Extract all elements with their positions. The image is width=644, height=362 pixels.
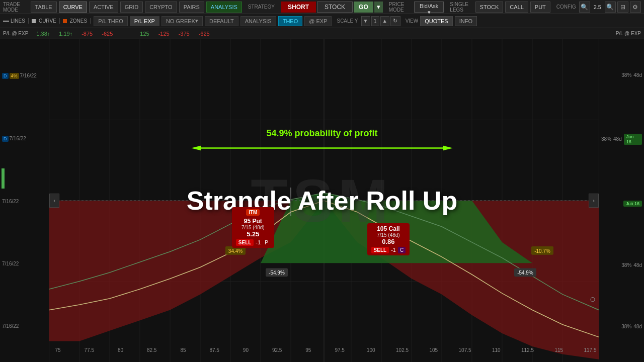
strategy-dropdown-button[interactable]: ▾ (374, 2, 383, 13)
single-legs-label: SINGLE LEGS (450, 2, 473, 13)
filter-icon[interactable]: ⊟ (617, 2, 628, 13)
x-label-115: 115 (551, 347, 567, 353)
x-label-92.5: 92.5 (270, 347, 285, 353)
x-label-77.5: 77.5 (82, 347, 97, 353)
x-label-82.5: 82.5 (144, 347, 159, 353)
legs-stock-button[interactable]: STOCK (475, 2, 504, 13)
right-item-3: Jun 16 (599, 200, 644, 208)
x-axis: 75 77.5 80 82.5 85 87.5 90 92.5 95 97.5 … (49, 347, 599, 353)
scale-value: 1 (371, 16, 379, 26)
pl-theo-tab[interactable]: P/L THEO (94, 16, 128, 26)
date-item-5: 7/16/22 (0, 322, 49, 330)
at-exp-tab[interactable]: @ EXP (304, 16, 332, 26)
default-tab[interactable]: DEFAULT (205, 16, 238, 26)
tab-pairs[interactable]: PAIRS (179, 2, 204, 13)
tab-crypto[interactable]: CRYPTO (145, 2, 177, 13)
strategy-short-button[interactable]: SHORT (281, 2, 316, 13)
strategy-section: SHORT STOCK GO ▾ (281, 2, 383, 13)
pl-exp-right-label: P/L @ EXP (613, 31, 644, 36)
legs-call-button[interactable]: CALL (505, 2, 528, 13)
call-card-footer: SELL -1 C (371, 247, 406, 253)
x-label-102.5: 102.5 (395, 347, 410, 353)
call-expiry: 7/15 (48d) (371, 232, 406, 238)
chart-area: TSM Strangle After Roll Up D 4% 7/16/22 … (0, 39, 644, 362)
scale-down-button[interactable]: ▼ (361, 16, 370, 26)
x-label-100: 100 (363, 347, 378, 353)
put-sell-label[interactable]: SELL (236, 239, 254, 246)
put-card-footer: SELL -1 P (236, 239, 270, 246)
itm-badge: ITM (246, 209, 260, 216)
call-option-card: 105 Call 7/15 (48d) 0.86 SELL -1 C (367, 223, 410, 255)
x-label-80: 80 (113, 347, 128, 353)
scale-controls: ▼ 1 ▲ ↻ (361, 16, 400, 26)
put-price: 5.25 (236, 230, 270, 238)
theo-tab[interactable]: THEO (278, 16, 303, 26)
strategy-stock-button[interactable]: STOCK (317, 2, 353, 13)
x-label-110: 110 (489, 347, 504, 353)
x-label-90: 90 (238, 347, 253, 353)
put-qty: -1 (256, 239, 261, 245)
nav-right-arrow[interactable]: › (589, 194, 599, 208)
x-label-75: 75 (50, 347, 65, 353)
price-mode-label: PRICE MODE (389, 2, 411, 13)
scale-up-button[interactable]: ▲ (380, 16, 389, 26)
pl-val-10: -625 (199, 31, 210, 37)
call-qty: -1 (391, 247, 396, 253)
x-label-107.5: 107.5 (457, 347, 472, 353)
pl-val-3: -875 (82, 31, 93, 37)
refresh-button[interactable]: ↻ (390, 16, 400, 26)
view-info-button[interactable]: INFO (455, 16, 477, 26)
tab-table[interactable]: TABLE (31, 2, 57, 13)
no-greek-tab[interactable]: NO GREEK ▾ (162, 16, 203, 26)
tab-analysis[interactable]: ANALYSIS (206, 2, 242, 13)
date-labels: D 4% 7/16/22 D 7/16/22 7/16/22 7/16/22 7… (0, 39, 49, 362)
call-strike: 105 Call (371, 225, 406, 232)
tab-active[interactable]: ACTIVE (89, 2, 118, 13)
tab-grid[interactable]: GRID (120, 2, 143, 13)
pl-val-1: 1.38↑ (36, 31, 50, 37)
pl-val-4: -625 (102, 31, 113, 37)
config-controls: 🔍 2.5 🔍 ⊟ ⚙ (579, 2, 641, 13)
call-sell-label[interactable]: SELL (371, 247, 389, 253)
scale-y-label: SCALE Y (337, 18, 358, 24)
svg-text:-54.9%: -54.9% (269, 270, 285, 276)
date-item-4: 7/16/22 (0, 260, 49, 267)
svg-text:34.4%: 34.4% (228, 248, 243, 253)
go-button[interactable]: GO (354, 2, 373, 13)
green-indicator (2, 168, 5, 189)
zoom-out-icon[interactable]: 🔍 (605, 2, 616, 13)
call-price: 0.86 (371, 238, 406, 245)
zones-section-label: ZONES (63, 18, 91, 24)
curve-section-label: CURVE (32, 18, 60, 24)
put-type-badge: P (263, 239, 270, 246)
svg-text:-54.9%: -54.9% (517, 270, 533, 276)
call-type-badge: C (398, 247, 406, 253)
top-bar: TRADE MODE TABLE CURVE ACTIVE GRID CRYPT… (0, 0, 644, 14)
x-label-97.5: 97.5 (332, 347, 347, 353)
lines-icon (3, 21, 9, 22)
zones-dot-icon (63, 19, 67, 23)
analysis-tab[interactable]: ANALYSIS (240, 16, 276, 26)
nav-left-arrow[interactable]: ‹ (49, 194, 59, 208)
trade-mode-label: TRADE MODE (3, 2, 27, 13)
zoom-in-icon[interactable]: 🔍 (579, 2, 590, 13)
right-item-2: 38% 48d Jun 16 (599, 133, 644, 146)
zoom-value: 2.5 (592, 4, 603, 10)
chart-svg: 34.4% -54.9% -10.7% -54.9% (49, 39, 599, 362)
put-strike: 95 Put (236, 218, 270, 225)
pl-val-2: 1.19↑ (59, 31, 72, 37)
tab-curve[interactable]: CURVE (59, 2, 87, 13)
bid-ask-button[interactable]: Bid/Ask ▾ (414, 2, 444, 13)
second-bar: LINES CURVE ZONES P/L THEO P/L EXP NO GR… (0, 14, 644, 28)
pl-val-7: 125 (140, 31, 149, 37)
view-quotes-button[interactable]: QUOTES (420, 16, 452, 26)
settings-icon[interactable]: ⚙ (630, 2, 641, 13)
jun16-badge-2: Jun 16 (623, 201, 642, 207)
right-panel: 38% 48d 38% 48d Jun 16 Jun 16 38% 48d 38… (599, 39, 644, 362)
put-option-card: ITM 95 Put 7/15 (48d) 5.25 SELL -1 P (232, 207, 274, 248)
right-item-5: 38% 48d (599, 323, 644, 330)
jun16-badge-1: Jun 16 (624, 134, 642, 145)
legs-put-button[interactable]: PUT (530, 2, 550, 13)
pl-exp-tab[interactable]: P/L EXP (130, 16, 159, 26)
pl-val-9: -375 (179, 31, 190, 37)
